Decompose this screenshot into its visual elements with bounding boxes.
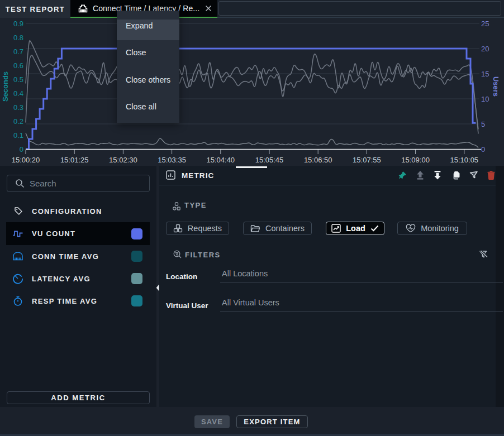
svg-text:25: 25 <box>481 20 489 28</box>
svg-text:Seconds: Seconds <box>1 71 9 102</box>
svg-text:15:07:55: 15:07:55 <box>353 156 381 164</box>
svg-text:15:03:35: 15:03:35 <box>158 156 186 164</box>
svg-text:0.9: 0.9 <box>13 20 23 28</box>
svg-text:15:04:40: 15:04:40 <box>206 156 235 164</box>
svg-text:0.6: 0.6 <box>13 61 23 70</box>
svg-text:0: 0 <box>481 145 485 154</box>
svg-text:Users: Users <box>492 76 500 97</box>
svg-text:0.8: 0.8 <box>13 33 23 42</box>
svg-text:0.7: 0.7 <box>13 47 23 56</box>
svg-text:10: 10 <box>481 95 489 103</box>
svg-text:0: 0 <box>20 145 23 154</box>
svg-text:0.3: 0.3 <box>13 103 23 112</box>
svg-text:5: 5 <box>481 120 485 128</box>
svg-text:15:10:05: 15:10:05 <box>450 156 478 164</box>
svg-text:0.5: 0.5 <box>13 75 23 84</box>
svg-text:0.4: 0.4 <box>13 89 23 98</box>
svg-text:15:02:30: 15:02:30 <box>109 156 137 164</box>
svg-text:20: 20 <box>481 45 489 53</box>
svg-text:15:01:25: 15:01:25 <box>60 156 89 164</box>
svg-text:15:00:20: 15:00:20 <box>12 156 40 164</box>
svg-text:15:06:50: 15:06:50 <box>304 156 332 164</box>
svg-text:0.2: 0.2 <box>13 117 23 126</box>
svg-text:15:09:00: 15:09:00 <box>401 156 430 164</box>
svg-text:15: 15 <box>481 70 489 78</box>
svg-text:0.1: 0.1 <box>13 131 23 140</box>
svg-text:15:05:45: 15:05:45 <box>255 156 284 164</box>
